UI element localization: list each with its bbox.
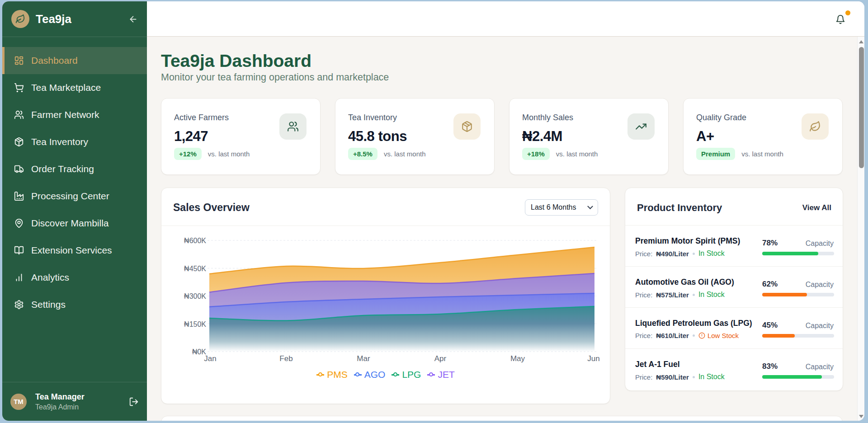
svg-text:Jun: Jun bbox=[587, 354, 599, 363]
svg-text:₦150K: ₦150K bbox=[184, 320, 206, 328]
svg-text:Jan: Jan bbox=[204, 354, 216, 363]
svg-text:₦450K: ₦450K bbox=[184, 265, 206, 273]
svg-text:Apr: Apr bbox=[434, 354, 447, 363]
svg-text:₦300K: ₦300K bbox=[184, 292, 206, 300]
svg-text:Feb: Feb bbox=[279, 354, 292, 363]
svg-text:Mar: Mar bbox=[357, 354, 370, 363]
svg-text:₦600K: ₦600K bbox=[184, 237, 206, 244]
svg-text:May: May bbox=[510, 354, 525, 363]
